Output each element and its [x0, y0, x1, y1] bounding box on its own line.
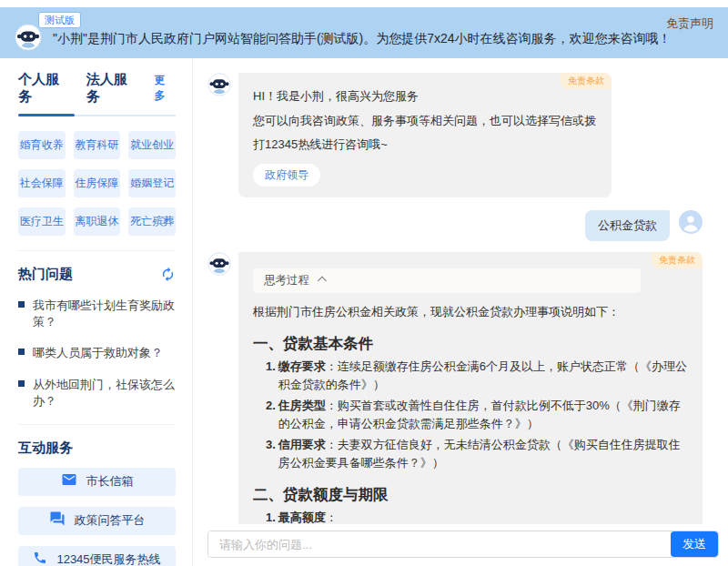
- section-heading: 一、贷款基本条件: [253, 334, 688, 354]
- chat-bubbles-icon: [49, 510, 66, 531]
- service-button[interactable]: 死亡殡葬: [128, 207, 176, 236]
- bot-message: 免责条款 HI！我是小荆，很高兴为您服务 您可以向我咨询政策、服务事项等相关问题…: [207, 73, 703, 197]
- hotline-12345-button[interactable]: 12345便民服务热线: [18, 546, 176, 566]
- service-button[interactable]: 医疗卫生: [18, 207, 66, 236]
- user-bubble: 公积金贷款: [585, 210, 670, 241]
- beta-badge: 测试版: [38, 12, 81, 28]
- greeting-line: HI！我是小荆，很高兴为您服务: [253, 85, 597, 109]
- tab-corporate-services[interactable]: 法人服务: [86, 71, 140, 106]
- robot-avatar-icon: [15, 24, 42, 51]
- divider: [18, 424, 176, 425]
- tab-underline: [18, 115, 176, 116]
- thinking-process-toggle[interactable]: 思考过程: [253, 268, 641, 293]
- square-bullet-icon: [18, 349, 25, 355]
- banner-intro-text: "小荆"是荆门市人民政府门户网站智能问答助手(测试版)。为您提供7x24小时在线…: [53, 31, 672, 47]
- list-item: 1. 最高额度：: [266, 509, 688, 524]
- quota-list: 1. 最高额度： 单职工家庭：40万元 双职工家庭：60万元 硕士研究生最高可贷…: [253, 509, 688, 524]
- chat-input-bar: 发送: [193, 524, 728, 566]
- service-button[interactable]: 社会保障: [18, 169, 66, 197]
- chevron-up-icon: [318, 276, 327, 285]
- top-banner: 测试版 "小荆"是荆门市人民政府门户网站智能问答助手(测试版)。为您提供7x24…: [0, 7, 728, 58]
- send-button[interactable]: 发送: [671, 531, 718, 557]
- service-button[interactable]: 婚姻登记: [128, 169, 176, 197]
- assistant-page: 测试版 "小荆"是荆门市人民政府门户网站智能问答助手(测试版)。为您提供7x24…: [0, 7, 728, 566]
- suggested-topic-button[interactable]: 政府领导: [253, 164, 320, 187]
- message-list: 免责条款 HI！我是小荆，很高兴为您服务 您可以向我咨询政策、服务事项等相关问题…: [193, 58, 728, 524]
- service-button[interactable]: 就业创业: [128, 131, 176, 159]
- sidebar: 个人服务 法人服务 更多 婚育收养 教育科研 就业创业 社会保障 住房保障 婚姻…: [0, 58, 193, 566]
- policy-qa-platform-button[interactable]: 政策问答平台: [18, 507, 176, 535]
- service-button[interactable]: 教育科研: [74, 131, 121, 159]
- chat-panel: 免责条款 HI！我是小荆，很高兴为您服务 您可以向我咨询政策、服务事项等相关问题…: [193, 58, 728, 566]
- user-message: 公积金贷款: [207, 210, 703, 241]
- answer-bubble: 免责条款 思考过程 根据荆门市住房公积金相关政策，现就公积金贷款办理事项说明如下…: [238, 252, 703, 524]
- interactive-services-title: 互动服务: [18, 440, 73, 457]
- hot-question[interactable]: 哪类人员属于救助对象？: [18, 345, 176, 361]
- disclaimer-terms-badge[interactable]: 免责条款: [561, 73, 612, 89]
- hot-question[interactable]: 从外地回荆门，社保该怎么办？: [18, 377, 176, 409]
- disclaimer-statement-link[interactable]: 免责声明: [666, 15, 713, 32]
- user-avatar-icon: [679, 210, 703, 234]
- more-link[interactable]: 更多: [155, 73, 177, 104]
- refresh-icon[interactable]: [160, 267, 176, 282]
- bot-message: 免责条款 思考过程 根据荆门市住房公积金相关政策，现就公积金贷款办理事项说明如下…: [207, 252, 703, 524]
- service-category-grid: 婚育收养 教育科研 就业创业 社会保障 住房保障 婚姻登记 医疗卫生 离职退休 …: [18, 131, 176, 236]
- greeting-bubble: 免责条款 HI！我是小荆，很高兴为您服务 您可以向我咨询政策、服务事项等相关问题…: [238, 73, 612, 197]
- bot-avatar-icon: [207, 73, 231, 96]
- hot-question[interactable]: 我市有哪些计划生育奖励政策？: [18, 298, 176, 330]
- list-item: 1. 缴存要求：连续足额缴存住房公积金满6个月及以上，账户状态正常（《办理公积金…: [266, 358, 688, 395]
- phone-icon: [33, 551, 47, 566]
- service-tabs: 个人服务 法人服务 更多: [18, 71, 176, 106]
- conditions-list: 1. 缴存要求：连续足额缴存住房公积金满6个月及以上，账户状态正常（《办理公积金…: [253, 358, 688, 473]
- hot-questions-title: 热门问题: [18, 266, 73, 283]
- divider: [18, 250, 176, 251]
- list-item: 3. 信用要求：夫妻双方征信良好，无未结清公积金贷款（《购买自住住房提取住房公积…: [266, 436, 688, 473]
- list-item: 2. 住房类型：购买首套或改善性自住住房，首付款比例不低于30%（《荆门缴存的公…: [266, 397, 688, 434]
- section-heading: 二、贷款额度与期限: [253, 485, 688, 505]
- greeting-line: 您可以向我咨询政策、服务事项等相关问题，也可以选择写信或拨打12345热线进行咨…: [253, 109, 597, 157]
- tab-personal-services[interactable]: 个人服务: [18, 71, 72, 106]
- answer-intro: 根据荆门市住房公积金相关政策，现就公积金贷款办理事项说明如下：: [253, 303, 688, 322]
- square-bullet-icon: [18, 380, 25, 387]
- bot-avatar-icon: [207, 252, 231, 276]
- mayor-mailbox-button[interactable]: 市长信箱: [18, 468, 176, 496]
- service-button[interactable]: 离职退休: [74, 207, 121, 236]
- disclaimer-terms-badge[interactable]: 免责条款: [652, 252, 703, 268]
- service-button[interactable]: 住房保障: [74, 169, 121, 197]
- mail-icon: [61, 471, 77, 491]
- service-button[interactable]: 婚育收养: [18, 131, 66, 159]
- interactive-service-list: 市长信箱 政策问答平台 12345便民服务热线: [18, 468, 176, 566]
- question-input[interactable]: [208, 531, 671, 557]
- hot-question-list: 我市有哪些计划生育奖励政策？ 哪类人员属于救助对象？ 从外地回荆门，社保该怎么办…: [18, 298, 176, 409]
- square-bullet-icon: [18, 301, 25, 308]
